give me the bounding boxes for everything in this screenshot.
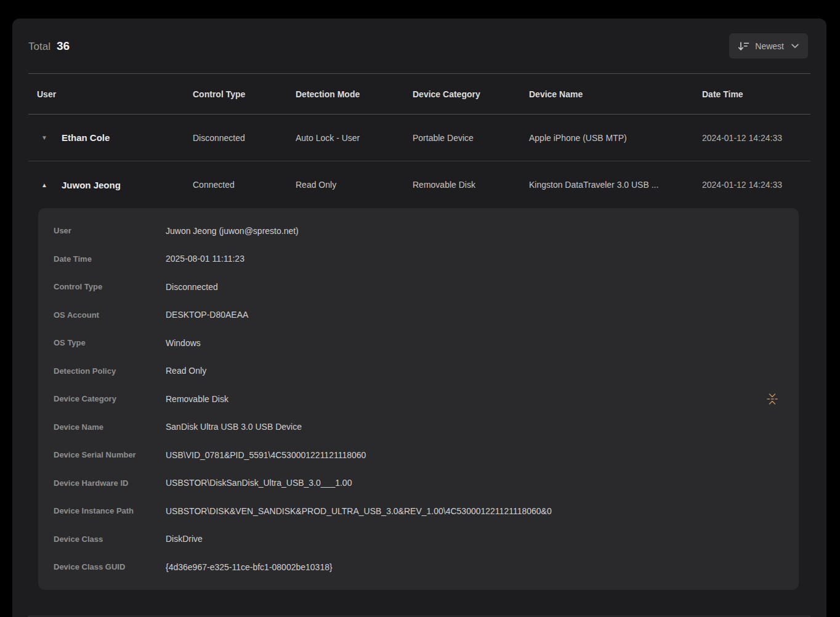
detail-row: Device Name SanDisk Ultra USB 3.0 USB De… — [38, 413, 799, 442]
date-time-cell: 2024-01-12 14:24:33 — [702, 133, 810, 143]
user-name: Juwon Jeong — [62, 180, 121, 190]
detail-row: Device Instance Path USBSTOR\DISK&VEN_SA… — [38, 497, 799, 525]
detail-label: OS Type — [38, 338, 166, 347]
device-name-cell: Kingston DataTraveler 3.0 USB ... — [529, 180, 702, 190]
detail-row: User Juwon Jeong (juwon@spresto.net) — [38, 217, 799, 245]
total-label: Total — [28, 41, 50, 53]
device-category-cell: Removable Disk — [413, 180, 529, 190]
detail-value: {4d36e967-e325-11ce-bfc1-08002be10318} — [166, 562, 333, 572]
detail-label: Device Category — [38, 394, 166, 403]
detail-label: Date Time — [38, 254, 166, 264]
detail-row: Device Class DiskDrive — [38, 525, 799, 554]
total-count: Total 36 — [28, 39, 70, 53]
detail-label: Device Name — [38, 422, 166, 432]
detection-mode-cell: Auto Lock - User — [296, 133, 413, 143]
detail-row: OS Account DESKTOP-D80AEAA — [38, 301, 799, 329]
user-cell: ▼ Ethan Cole — [28, 132, 193, 143]
detail-label: User — [38, 226, 166, 235]
detail-value: SanDisk Ultra USB 3.0 USB Device — [166, 422, 302, 432]
sort-descending-icon — [738, 41, 749, 52]
sort-label: Newest — [755, 41, 784, 51]
control-type-cell: Disconnected — [193, 133, 296, 143]
detail-row: Detection Policy Read Only — [38, 357, 799, 385]
total-value: 36 — [57, 39, 70, 53]
detail-label: Device Instance Path — [38, 506, 166, 515]
detail-row: OS Type Windows — [38, 329, 799, 357]
detail-value: Disconnected — [166, 282, 218, 292]
detail-value: DESKTOP-D80AEAA — [166, 310, 248, 320]
detail-value: USB\VID_0781&PID_5591\4C5300012211211180… — [166, 450, 366, 460]
chevron-down-icon — [791, 44, 799, 49]
detail-row: Device Class GUID {4d36e967-e325-11ce-bf… — [38, 553, 799, 581]
collapse-detail-button[interactable] — [763, 390, 781, 408]
column-header-device-name: Device Name — [529, 89, 702, 99]
column-header-date-time: Date Time — [702, 89, 810, 99]
collapse-vertical-icon — [765, 398, 779, 408]
detail-label: Device Hardware ID — [38, 478, 166, 488]
detail-panel: User Juwon Jeong (juwon@spresto.net) Dat… — [38, 208, 799, 590]
user-name: Ethan Cole — [62, 132, 110, 143]
detail-label: Control Type — [38, 282, 166, 291]
card-header: Total 36 Newest — [12, 18, 826, 73]
detail-value: Read Only — [166, 366, 206, 376]
sort-dropdown[interactable]: Newest — [729, 33, 808, 58]
detail-label: OS Account — [38, 310, 166, 320]
date-time-cell: 2024-01-12 14:24:33 — [702, 180, 810, 190]
table-bottom-divider — [28, 616, 810, 616]
device-log-table: User Control Type Detection Mode Device … — [28, 73, 810, 616]
detail-value: Windows — [166, 338, 201, 348]
user-cell: ▲ Juwon Jeong — [28, 180, 193, 190]
detail-row: Device Hardware ID USBSTOR\DiskSanDisk_U… — [38, 469, 799, 498]
column-header-detection-mode: Detection Mode — [296, 89, 413, 99]
table-row[interactable]: ▲ Juwon Jeong Connected Read Only Remova… — [28, 161, 810, 208]
detail-label: Device Serial Number — [38, 450, 166, 459]
detail-row: Control Type Disconnected — [38, 273, 799, 301]
column-header-control-type: Control Type — [193, 89, 296, 99]
detail-row: Device Serial Number USB\VID_0781&PID_55… — [38, 441, 799, 469]
collapse-row-icon[interactable]: ▲ — [41, 182, 51, 188]
detail-row: Device Category Removable Disk — [38, 385, 799, 413]
table-row[interactable]: ▼ Ethan Cole Disconnected Auto Lock - Us… — [28, 115, 810, 161]
detail-value: 2025-08-01 11:11:23 — [166, 254, 244, 264]
device-name-cell: Apple iPhone (USB MTP) — [529, 133, 702, 143]
control-type-cell: Connected — [193, 180, 296, 190]
detail-value: Juwon Jeong (juwon@spresto.net) — [166, 226, 299, 236]
detail-value: Removable Disk — [166, 394, 228, 404]
detail-label: Device Class GUID — [38, 562, 166, 571]
column-header-user: User — [28, 89, 193, 99]
detail-row: Date Time 2025-08-01 11:11:23 — [38, 245, 799, 273]
detail-label: Detection Policy — [38, 366, 166, 376]
detail-label: Device Class — [38, 534, 166, 544]
detail-value: USBSTOR\DISK&VEN_SANDISK&PROD_ULTRA_USB_… — [166, 506, 552, 516]
column-header-device-category: Device Category — [413, 89, 529, 99]
detail-value: DiskDrive — [166, 534, 203, 544]
expand-row-icon[interactable]: ▼ — [41, 134, 51, 141]
device-log-card: Total 36 Newest User Control — [12, 18, 826, 617]
device-category-cell: Portable Device — [413, 133, 529, 143]
detection-mode-cell: Read Only — [296, 180, 413, 190]
detail-value: USBSTOR\DiskSanDisk_Ultra_USB_3.0___1.00 — [166, 478, 352, 488]
table-header-row: User Control Type Detection Mode Device … — [28, 73, 810, 115]
